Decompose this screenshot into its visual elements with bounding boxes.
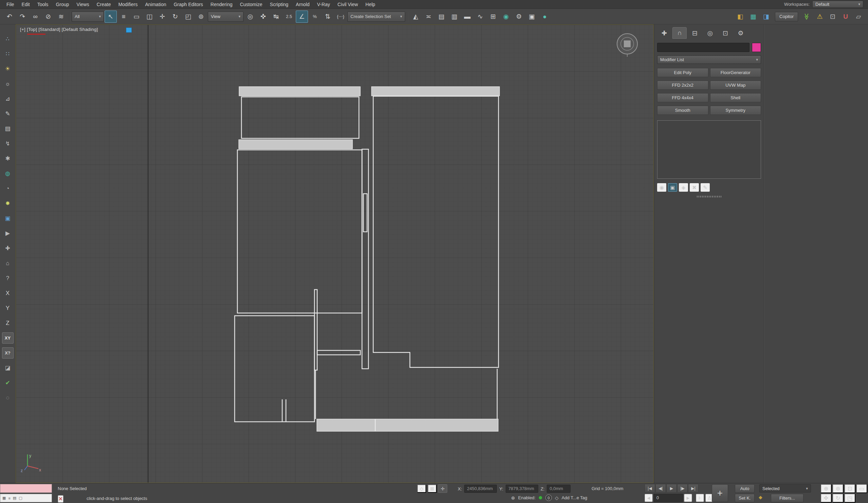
check-icon[interactable]: ✔ — [2, 377, 13, 389]
chevrons-icon[interactable]: ≫ — [801, 11, 813, 23]
vray-toolbar-icon[interactable]: ▦ — [747, 11, 760, 23]
previous-frame-button[interactable]: ◀| — [655, 484, 666, 493]
workspaces-select[interactable]: Default ▾ — [812, 1, 863, 8]
align-icon[interactable]: ≍ — [422, 11, 435, 23]
z-axis-button[interactable]: Z — [2, 318, 13, 329]
reference-coordinate-select[interactable]: View ▾ — [208, 12, 244, 22]
help-icon[interactable]: ? — [2, 273, 13, 284]
menu-item[interactable]: Scripting — [266, 1, 292, 8]
tab-motion[interactable]: ◎ — [703, 27, 717, 39]
percent-snap-icon[interactable]: % — [309, 11, 321, 23]
copitor-button[interactable]: Copitor — [775, 12, 798, 21]
rectangular-selection-region-icon[interactable]: ▭ — [131, 11, 143, 23]
schematic-view-icon[interactable]: ⊞ — [487, 11, 499, 23]
ribbon-toggle-icon[interactable]: ▬ — [461, 11, 473, 23]
modifier-button[interactable]: FloorGenerator — [710, 68, 761, 77]
zoom-all-icon[interactable]: ⊛ — [832, 484, 844, 493]
key-selection-set-select[interactable]: Selected ▾ — [760, 484, 811, 492]
named-selection-sets-icon[interactable]: {⋯} — [334, 11, 347, 23]
key-filters-button[interactable]: Filters... — [771, 494, 804, 502]
clone-icon[interactable]: ◌ — [2, 392, 13, 403]
select-object-icon[interactable]: ↖ — [105, 11, 117, 23]
go-to-start-button[interactable]: |◀ — [644, 484, 655, 493]
tab-modify[interactable]: ∩ — [672, 27, 687, 39]
list-icon[interactable]: ▤ — [2, 123, 13, 134]
set-key-mode-button[interactable]: + — [712, 484, 728, 502]
camera-icon[interactable]: ◔ — [2, 183, 13, 194]
render-production-icon[interactable]: ● — [539, 11, 551, 23]
rendered-frame-icon[interactable]: ▣ — [526, 11, 538, 23]
menu-item[interactable]: File — [3, 1, 18, 8]
select-and-manipulate-icon[interactable]: ✜ — [257, 11, 269, 23]
object-color-swatch[interactable] — [752, 43, 761, 52]
menu-item[interactable]: Tools — [34, 1, 52, 8]
monitor-icon[interactable]: ⊡ — [827, 11, 839, 23]
maxscript-mini-recorder[interactable] — [0, 484, 52, 493]
menu-item[interactable]: Views — [73, 1, 93, 8]
redo-icon[interactable]: ↷ — [16, 11, 29, 23]
x-coordinate-field[interactable]: 2450,836mm — [464, 485, 497, 493]
menu-item[interactable]: Modifiers — [114, 1, 141, 8]
zoom-icon[interactable]: ⊕ — [820, 484, 832, 493]
cube-icon[interactable]: ▣ — [2, 213, 13, 224]
render-history-icon[interactable]: ◧ — [734, 11, 746, 23]
modifier-list-select[interactable]: Modifier List ▾ — [657, 56, 761, 64]
undo-icon[interactable]: ↶ — [3, 11, 16, 23]
go-to-end-button[interactable]: ▶| — [688, 484, 699, 493]
layer-explorer-icon[interactable]: ▥ — [448, 11, 461, 23]
sun-positioner-icon[interactable]: ☼ — [2, 78, 13, 89]
modifier-button[interactable]: Symmetry — [710, 106, 761, 115]
clipboard-icon[interactable]: ▱ — [852, 11, 865, 23]
menu-item[interactable]: Arnold — [292, 1, 313, 8]
menu-item[interactable]: Create — [93, 1, 114, 8]
add-time-tag[interactable]: Add T...e Tag — [562, 495, 587, 500]
panel-resize-handle[interactable] — [697, 196, 721, 198]
make-unique-icon[interactable]: ◈ — [679, 183, 688, 192]
orbit-icon[interactable]: ↻ — [832, 493, 844, 503]
menu-item[interactable]: Help — [362, 1, 379, 8]
configure-modifier-sets-icon[interactable]: ✎ — [701, 183, 710, 192]
remove-modifier-icon[interactable]: ✖ — [690, 183, 699, 192]
tab-create[interactable]: ✚ — [657, 27, 671, 39]
select-and-move-icon[interactable]: ✛ — [156, 11, 168, 23]
isolate-selection-icon[interactable]: ◇ — [417, 484, 426, 493]
curve-editor-icon[interactable]: ∿ — [474, 11, 486, 23]
modifier-button[interactable]: Edit Poly — [657, 68, 709, 77]
close-icon[interactable]: ✕ — [58, 495, 63, 503]
select-and-place-icon[interactable]: ⊚ — [195, 11, 207, 23]
current-frame-field[interactable]: 0 — [654, 494, 683, 502]
selection-sets-icon[interactable]: ∴ — [2, 33, 13, 44]
absolute-offset-icon[interactable]: ✛ — [438, 484, 447, 493]
next-key-button[interactable]: ▶ — [684, 494, 692, 502]
next-frame-button[interactable]: |▶ — [677, 484, 688, 493]
window-crossing-icon[interactable]: ◫ — [143, 11, 156, 23]
use-pivot-center-icon[interactable]: ◎ — [244, 11, 256, 23]
light-icon[interactable]: ☀ — [2, 63, 13, 74]
menu-item[interactable]: Group — [52, 1, 73, 8]
maximize-viewport-icon[interactable]: ◳ — [844, 493, 856, 503]
keyboard-override-icon[interactable]: ↹ — [270, 11, 282, 23]
measure-icon[interactable]: ⊿ — [2, 93, 13, 104]
degradation-toggle[interactable]: 0 — [545, 494, 552, 501]
y-coordinate-field[interactable]: 7879,378mm — [506, 485, 538, 493]
xy-plane-button[interactable]: XY — [2, 332, 13, 344]
selection-lock-icon[interactable]: ⊠ — [427, 484, 437, 493]
viewport-label[interactable]: [+] [Top] [Standard] [Default Shading] — [20, 27, 98, 32]
set-keys-button[interactable]: Set K. — [735, 494, 755, 502]
named-selection-set-select[interactable]: Create Selection Set ▾ — [348, 12, 405, 22]
tab-display[interactable]: ⊡ — [718, 27, 733, 39]
scene-explorer-icon[interactable]: ▤ — [435, 11, 447, 23]
select-and-rotate-icon[interactable]: ↻ — [169, 11, 181, 23]
pan-icon[interactable]: ✜ — [820, 493, 832, 503]
modifier-button[interactable]: Smooth — [657, 106, 709, 115]
modifier-button[interactable]: UVW Map — [710, 81, 761, 90]
modifier-button[interactable]: FFD 4x4x4 — [657, 93, 709, 102]
angle-snap-icon[interactable]: ∠ — [296, 11, 308, 23]
teapot-icon[interactable]: ◍ — [2, 168, 13, 179]
x-axis-button[interactable]: X — [2, 288, 13, 299]
bulb-icon[interactable]: ✸ — [2, 198, 13, 209]
spinner-snap-icon[interactable]: ⇅ — [322, 11, 334, 23]
show-end-result-icon[interactable]: ▣ — [668, 183, 677, 192]
play-button[interactable]: ▶ — [666, 484, 677, 493]
y-axis-button[interactable]: Y — [2, 302, 13, 314]
